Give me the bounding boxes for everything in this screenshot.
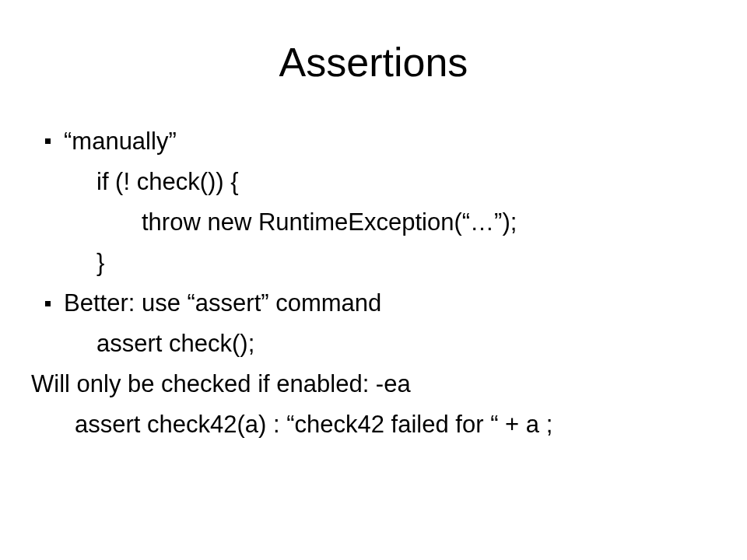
code-assert42-line: assert check42(a) : “check42 failed for … — [31, 406, 716, 443]
bullet-dot-icon — [31, 285, 64, 322]
text-willonly: Will only be checked if enabled: -ea — [31, 366, 716, 403]
slide-title: Assertions — [31, 39, 716, 86]
bullet-better: Better: use “assert” command — [31, 285, 716, 322]
code-throw-line: throw new RuntimeException(“…”); — [31, 204, 716, 241]
bullet-manually-text: “manually” — [64, 123, 177, 160]
code-if-line: if (! check()) { — [31, 163, 716, 201]
slide-content: “manually” if (! check()) { throw new Ru… — [31, 123, 716, 443]
code-close-brace: } — [31, 244, 716, 282]
bullet-better-text: Better: use “assert” command — [64, 285, 381, 322]
bullet-manually: “manually” — [31, 123, 716, 160]
code-assert-line: assert check(); — [31, 325, 716, 362]
bullet-dot-icon — [31, 123, 64, 160]
